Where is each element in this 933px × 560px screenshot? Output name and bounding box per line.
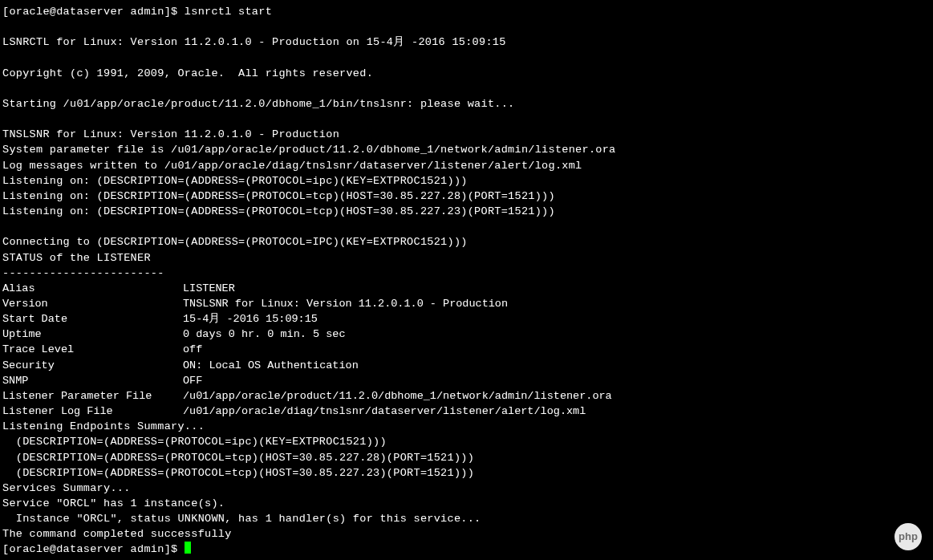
status-key: SNMP — [2, 373, 183, 388]
connecting-to: Connecting to (DESCRIPTION=(ADDRESS=(PRO… — [2, 234, 931, 250]
command-completed: The command completed successfully — [2, 526, 931, 542]
blank — [2, 81, 931, 96]
status-security: Security ON: Local OS Authentication — [2, 358, 931, 373]
shell-prompt: [oracle@dataserver admin]$ — [2, 4, 185, 19]
status-key: Alias — [2, 281, 183, 296]
copyright: Copyright (c) 1991, 2009, Oracle. All ri… — [2, 66, 931, 81]
cursor-block[interactable] — [185, 542, 192, 554]
separator-dashes: ------------------------ — [2, 266, 931, 281]
services-summary-header: Services Summary... — [2, 481, 931, 496]
tnslsnr-version: TNSLSNR for Linux: Version 11.2.0.1.0 - … — [2, 127, 931, 142]
status-key: Listener Log File — [2, 404, 183, 419]
blank — [2, 112, 931, 127]
status-key: Listener Parameter File — [2, 388, 183, 404]
status-key: Version — [2, 296, 183, 311]
badge-text: php — [899, 530, 918, 544]
status-snmp: SNMP OFF — [2, 373, 931, 388]
status-alias: Alias LISTENER — [2, 281, 931, 296]
status-value: OFF — [183, 373, 202, 388]
status-key: Security — [2, 358, 183, 373]
status-value: /u01/app/oracle/diag/tnslsnr/dataserver/… — [183, 404, 586, 419]
terminal-output[interactable]: [oracle@dataserver admin]$ lsnrctl start… — [2, 4, 931, 558]
shell-prompt: [oracle@dataserver admin]$ — [2, 542, 185, 557]
status-trace-level: Trace Level off — [2, 342, 931, 357]
listening-on-ipc: Listening on: (DESCRIPTION=(ADDRESS=(PRO… — [2, 173, 931, 189]
blank — [2, 219, 931, 234]
command-input: lsnrctl start — [185, 4, 272, 19]
php-badge: php — [894, 523, 922, 550]
status-key: Trace Level — [2, 342, 183, 357]
blank — [2, 50, 931, 65]
status-log-file: Listener Log File /u01/app/oracle/diag/t… — [2, 404, 931, 419]
status-parameter-file: Listener Parameter File /u01/app/oracle/… — [2, 388, 931, 404]
status-value: ON: Local OS Authentication — [183, 358, 359, 373]
status-value: TNSLSNR for Linux: Version 11.2.0.1.0 - … — [183, 296, 508, 311]
status-uptime: Uptime 0 days 0 hr. 0 min. 5 sec — [2, 327, 931, 342]
endpoint-tcp-1: (DESCRIPTION=(ADDRESS=(PROTOCOL=tcp)(HOS… — [2, 450, 931, 465]
endpoint-ipc: (DESCRIPTION=(ADDRESS=(PROTOCOL=ipc)(KEY… — [2, 434, 931, 449]
status-value: /u01/app/oracle/product/11.2.0/dbhome_1/… — [183, 388, 612, 404]
status-version: Version TNSLSNR for Linux: Version 11.2.… — [2, 296, 931, 311]
status-key: Uptime — [2, 327, 183, 342]
status-value: off — [183, 342, 202, 357]
blank — [2, 19, 931, 34]
status-header: STATUS of the LISTENER — [2, 250, 931, 266]
status-start-date: Start Date 15-4月 -2016 15:09:15 — [2, 311, 931, 327]
listening-on-tcp-2: Listening on: (DESCRIPTION=(ADDRESS=(PRO… — [2, 204, 931, 219]
listening-on-tcp-1: Listening on: (DESCRIPTION=(ADDRESS=(PRO… — [2, 189, 931, 204]
endpoint-tcp-2: (DESCRIPTION=(ADDRESS=(PROTOCOL=tcp)(HOS… — [2, 465, 931, 481]
status-key: Start Date — [2, 311, 183, 327]
status-value: 15-4月 -2016 15:09:15 — [183, 311, 318, 327]
system-parameter-file: System parameter file is /u01/app/oracle… — [2, 142, 931, 157]
log-messages-path: Log messages written to /u01/app/oracle/… — [2, 158, 931, 173]
lsnrctl-version: LSNRCTL for Linux: Version 11.2.0.1.0 - … — [2, 34, 931, 50]
endpoints-summary-header: Listening Endpoints Summary... — [2, 419, 931, 434]
instance-orcl: Instance "ORCL", status UNKNOWN, has 1 h… — [2, 511, 931, 526]
status-value: LISTENER — [183, 281, 235, 296]
starting-message: Starting /u01/app/oracle/product/11.2.0/… — [2, 96, 931, 112]
service-orcl: Service "ORCL" has 1 instance(s). — [2, 496, 931, 511]
status-value: 0 days 0 hr. 0 min. 5 sec — [183, 327, 346, 342]
